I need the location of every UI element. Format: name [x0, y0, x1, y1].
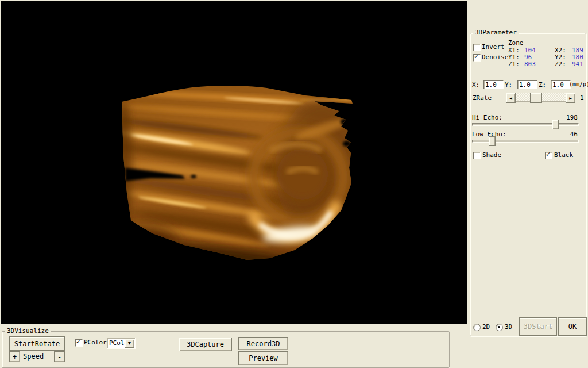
mode-3d-radio[interactable] [496, 324, 503, 331]
zrate-thumb[interactable] [530, 93, 542, 103]
speed-label: Speed [23, 353, 44, 360]
mode-3d-label: 3D [505, 324, 512, 331]
check-icon: ✓ [546, 151, 551, 158]
speed-minus-button[interactable]: - [54, 351, 65, 362]
y-scale-label: Y: [505, 82, 512, 89]
x-scale-input[interactable] [483, 80, 504, 89]
start-3d-button[interactable]: 3DStart [519, 317, 557, 336]
pcolor-checkbox[interactable]: ✓ [75, 339, 83, 347]
start-rotate-button[interactable]: StartRotate [9, 336, 65, 351]
low-echo-thumb[interactable] [489, 136, 496, 146]
visualize-groupbox: 3DVisualize StartRotate + Speed - ✓ PCol… [2, 331, 450, 368]
app-window: 3DParameter ✓ Invert ✓ Denoise Zone X1: … [0, 0, 588, 368]
zone-title: Zone [508, 40, 524, 47]
preview-button[interactable]: Preview [238, 351, 288, 365]
zone-z2-value: 941 [572, 61, 588, 68]
zone-z1-label: Z1: [508, 61, 524, 68]
speed-plus-button[interactable]: + [9, 351, 20, 362]
zone-z2-label: Z2: [555, 61, 572, 68]
hi-echo-label: Hi Echo: [472, 114, 502, 121]
black-label: Black [554, 152, 573, 159]
z-scale-input[interactable] [551, 80, 571, 89]
x-scale-label: X: [472, 82, 479, 89]
zrate-label: ZRate [473, 95, 492, 102]
black-checkbox[interactable]: ✓ [545, 152, 552, 159]
arrow-right-icon: ▶ [569, 96, 572, 100]
capture-3d-button[interactable]: 3DCapture [179, 338, 232, 351]
zrate-value: 1 [580, 95, 584, 102]
mode-2d-radio[interactable] [473, 324, 481, 331]
zone-z1-value: 803 [524, 61, 555, 68]
hi-echo-thumb[interactable] [552, 120, 559, 129]
arrow-left-icon: ◀ [509, 96, 512, 100]
pcolor-label: PColor [84, 339, 107, 346]
record-3d-button[interactable]: Record3D [238, 337, 288, 350]
invert-label: Invert [482, 44, 505, 51]
volume-render [1, 1, 467, 324]
param-groupbox: 3DParameter ✓ Invert ✓ Denoise Zone X1: … [470, 33, 586, 336]
zrate-scrollbar[interactable]: ◀ ▶ [506, 93, 575, 102]
shade-checkbox[interactable]: ✓ [473, 152, 481, 159]
low-echo-track[interactable] [472, 140, 579, 143]
param-group-title: 3DParameter [473, 29, 519, 37]
ok-button[interactable]: OK [558, 317, 587, 336]
hi-echo-value: 198 [566, 114, 578, 121]
radio-dot-icon [498, 326, 500, 328]
denoise-label: Denoise [482, 54, 508, 61]
denoise-checkbox[interactable]: ✓ [473, 54, 481, 62]
z-scale-label: Z: [539, 82, 546, 89]
scale-unit-label: (mm/p) [569, 81, 588, 88]
pcolor-dropdown-button[interactable]: ▼ [125, 339, 134, 348]
pcolor-dropdown[interactable]: PColor ▼ [107, 338, 136, 349]
check-icon: ✓ [76, 338, 81, 346]
mode-2d-label: 2D [482, 324, 490, 331]
zone-row-z: Z1: 803 Z2: 941 [508, 61, 588, 68]
render-viewport[interactable] [1, 1, 467, 324]
invert-checkbox[interactable]: ✓ [473, 44, 481, 51]
zrate-left-arrow-button[interactable]: ◀ [506, 93, 516, 103]
hi-echo-track[interactable] [472, 123, 579, 126]
low-echo-value: 46 [570, 131, 578, 138]
y-scale-input[interactable] [517, 80, 537, 89]
visualize-group-title: 3DVisualize [5, 327, 51, 335]
parameter-panel: 3DParameter ✓ Invert ✓ Denoise Zone X1: … [467, 0, 588, 368]
chevron-down-icon: ▼ [128, 341, 131, 346]
visualize-panel: 3DVisualize StartRotate + Speed - ✓ PCol… [0, 324, 467, 368]
check-icon: ✓ [474, 53, 479, 60]
volume-silhouette [107, 83, 368, 277]
shade-label: Shade [482, 152, 501, 159]
zrate-right-arrow-button[interactable]: ▶ [566, 93, 575, 103]
